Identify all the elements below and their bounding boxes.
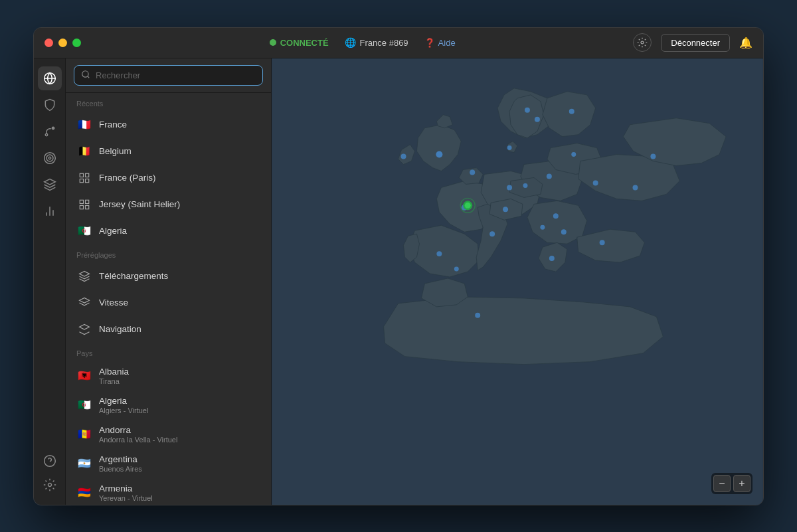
svg-point-42 [553,213,559,219]
country-name: Armenia [99,484,153,493]
country-name: Albania [99,367,129,377]
list-item[interactable]: Téléchargements [66,263,271,290]
svg-point-29 [436,151,442,157]
svg-point-34 [470,169,475,175]
navigation-preset-icon [76,321,92,337]
svg-point-49 [571,152,576,157]
svg-point-52 [454,266,459,271]
svg-point-33 [507,185,512,190]
svg-point-2 [45,133,47,135]
svg-point-37 [569,108,575,114]
preset-navigation-label: Navigation [99,324,141,334]
sidebar-item-route[interactable] [38,120,62,143]
country-name: Algeria [99,396,148,406]
sidebar-item-settings[interactable] [38,473,62,497]
svg-marker-7 [44,179,55,184]
location-name: Belgium [99,146,132,156]
list-item[interactable]: 🇩🇿 Algeria Algiers - Virtuel [66,391,271,420]
sidebar-item-chart[interactable] [38,199,62,223]
svg-point-32 [436,251,442,256]
svg-point-47 [540,224,545,229]
preset-speed-label: Vitesse [99,298,128,308]
sidebar-item-target[interactable] [38,146,62,170]
section-countries-label: Pays [66,343,271,361]
flag-algeria2: 🇩🇿 [76,397,92,413]
flag-armenia: 🇦🇲 [76,485,92,501]
connected-status: CONNECTÉ [270,38,329,48]
zoom-out-button[interactable]: − [713,475,731,492]
search-input[interactable] [96,70,256,80]
list-item[interactable]: 🇦🇱 Albania Tirana [66,361,271,391]
section-recents-label: Récents [66,93,271,112]
svg-point-39 [503,207,508,212]
sidebar-item-shield[interactable] [38,93,62,117]
list-item[interactable]: Vitesse [66,290,271,316]
list-item[interactable]: Navigation [66,316,271,343]
svg-marker-26 [80,324,90,329]
svg-point-41 [523,183,527,187]
title-bar-right: Déconnecter 🔔 [633,33,753,52]
location-panel: Récents 🇫🇷 France 🇧🇪 Belgium [66,58,272,505]
sidebar-item-help[interactable] [38,449,62,473]
sidebar-item-globe[interactable] [38,66,62,90]
svg-point-50 [475,312,480,317]
server-info: 🌐 France #869 [345,37,408,48]
list-item[interactable]: 🇦🇲 Armenia Yerevan - Virtuel [66,478,271,505]
server-globe-icon: 🌐 [345,37,356,48]
svg-rect-20 [80,200,83,203]
disconnect-button[interactable]: Déconnecter [661,34,730,52]
svg-point-11 [44,455,55,466]
connected-dot [270,39,276,46]
minimize-button[interactable] [58,39,67,47]
list-item[interactable]: Jersey (Saint Helier) [66,191,271,218]
svg-point-36 [535,116,540,122]
svg-point-0 [641,41,644,44]
country-sub: Algiers - Virtuel [99,406,148,414]
help-button[interactable]: ❓ Aide [424,38,456,48]
list-item[interactable]: 🇦🇩 Andorra Andorra la Vella - Virtuel [66,420,271,449]
connected-label: CONNECTÉ [280,38,329,48]
location-name: France (Paris) [99,173,156,183]
list-item[interactable]: 🇦🇷 Argentina Buenos Aires [66,449,271,478]
svg-rect-22 [80,205,83,209]
maximize-button[interactable] [72,39,81,47]
preset-downloads-label: Téléchargements [99,271,168,281]
svg-point-5 [46,155,53,161]
help-label: Aide [438,38,456,48]
list-item[interactable]: France (Paris) [66,165,271,191]
settings-circle-icon[interactable] [633,33,652,52]
svg-marker-24 [80,271,90,276]
bell-icon[interactable]: 🔔 [739,37,753,49]
flag-algeria: 🇩🇿 [76,223,92,239]
location-name: Jersey (Saint Helier) [99,199,180,209]
sidebar-item-layers[interactable] [38,173,62,197]
app-window: CONNECTÉ 🌐 France #869 ❓ Aide Déconnecte… [33,27,764,505]
country-sub: Andorra la Vella - Virtuel [99,436,177,444]
search-container [66,58,271,93]
map-svg [272,58,763,505]
country-sub: Tirana [99,377,129,385]
svg-rect-17 [86,173,89,177]
svg-point-56 [507,145,512,150]
zoom-in-button[interactable]: + [733,475,751,492]
svg-rect-16 [80,173,83,177]
country-name: Argentina [99,454,142,464]
svg-point-6 [48,157,50,159]
country-sub: Buenos Aires [99,465,142,473]
svg-point-4 [44,152,55,163]
title-bar: CONNECTÉ 🌐 France #869 ❓ Aide Déconnecte… [34,28,763,58]
title-bar-center: CONNECTÉ 🌐 France #869 ❓ Aide [92,37,633,48]
svg-point-40 [489,231,495,236]
preset-icon [76,197,92,213]
map-controls: − + [711,473,753,494]
list-item[interactable]: 🇫🇷 France [66,112,271,138]
traffic-lights [44,39,81,47]
list-item[interactable]: 🇧🇪 Belgium [66,138,271,165]
close-button[interactable] [44,39,53,47]
svg-point-46 [593,180,598,185]
list-item[interactable]: 🇩🇿 Algeria [66,218,271,244]
svg-rect-19 [86,179,89,182]
panel-scroll: Récents 🇫🇷 France 🇧🇪 Belgium [66,93,271,505]
sidebar-bottom [38,449,62,497]
svg-rect-18 [80,179,83,182]
